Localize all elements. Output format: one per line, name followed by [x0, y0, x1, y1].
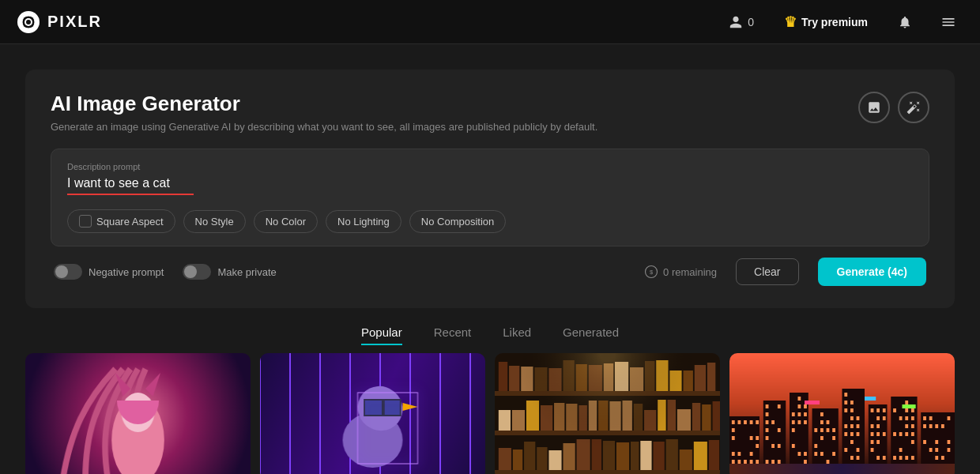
image-grid: [25, 353, 955, 474]
clear-button[interactable]: Clear: [736, 258, 798, 285]
image-canvas-1: [25, 353, 251, 474]
generate-button[interactable]: Generate (4c): [818, 258, 926, 286]
generator-panel: AI Image Generator Generate an image usi…: [25, 70, 955, 308]
color-filter[interactable]: No Color: [254, 210, 318, 233]
header-actions: 0 ♛ Try premium: [721, 9, 964, 36]
prompt-input[interactable]: [67, 176, 913, 190]
remaining-credits: $ 0 remaining: [644, 265, 717, 279]
make-private-label: Make private: [217, 266, 276, 278]
crown-icon: ♛: [784, 13, 797, 31]
negative-prompt-toggle[interactable]: [54, 264, 82, 280]
prompt-box: Description prompt Square Aspect No Styl…: [51, 149, 929, 246]
image-icon: [867, 100, 881, 115]
user-button[interactable]: 0: [721, 10, 762, 34]
tab-recent[interactable]: Recent: [434, 321, 472, 345]
header: PIXLR 0 ♛ Try premium: [0, 0, 980, 44]
square-icon: [79, 215, 92, 228]
user-icon: [729, 15, 743, 29]
image-card-1[interactable]: [25, 353, 251, 474]
bell-icon: [898, 15, 912, 29]
make-private-toggle[interactable]: [183, 264, 211, 280]
tab-popular[interactable]: Popular: [361, 321, 402, 345]
pixlr-logo-icon: [16, 9, 41, 35]
coin-icon: $: [644, 265, 658, 279]
filter-row: Square Aspect No Style No Color No Light…: [67, 209, 913, 233]
style-filter[interactable]: No Style: [183, 210, 246, 233]
tab-liked[interactable]: Liked: [503, 321, 531, 345]
wand-button[interactable]: [898, 92, 929, 123]
composition-filter[interactable]: No Composition: [409, 210, 507, 233]
tabs-row: Popular Recent Liked Generated: [13, 321, 967, 345]
menu-icon: [940, 14, 956, 30]
prompt-label: Description prompt: [67, 162, 913, 171]
image-canvas-4: [729, 353, 955, 474]
premium-button[interactable]: ♛ Try premium: [775, 9, 877, 36]
logo: PIXLR: [16, 9, 102, 35]
image-card-2[interactable]: [260, 353, 485, 474]
menu-button[interactable]: [933, 9, 964, 35]
image-card-4[interactable]: [729, 353, 955, 474]
panel-title-area: AI Image Generator Generate an image usi…: [51, 92, 597, 149]
aspect-filter[interactable]: Square Aspect: [67, 209, 175, 233]
tab-generated[interactable]: Generated: [563, 321, 619, 345]
image-card-3[interactable]: [495, 353, 720, 474]
panel-header: AI Image Generator Generate an image usi…: [51, 92, 929, 149]
svg-text:$: $: [650, 269, 654, 276]
page-title: AI Image Generator: [51, 92, 597, 116]
wand-icon: [906, 100, 921, 115]
image-gallery-button[interactable]: [858, 92, 890, 123]
lighting-filter[interactable]: No Lighting: [326, 210, 401, 233]
notification-button[interactable]: [890, 10, 920, 34]
negative-prompt-label: Negative prompt: [89, 266, 164, 278]
controls-row: Negative prompt Make private $ 0 remaini…: [51, 258, 929, 286]
main-content: AI Image Generator Generate an image usi…: [0, 44, 980, 474]
prompt-underline: [67, 194, 194, 195]
negative-prompt-toggle-group: Negative prompt: [54, 264, 164, 280]
image-canvas-2: [260, 353, 485, 474]
make-private-toggle-group: Make private: [183, 264, 276, 280]
page-subtitle: Generate an image using Generative AI by…: [51, 121, 597, 133]
image-canvas-3: [495, 353, 720, 474]
svg-point-2: [26, 20, 31, 24]
panel-icons: [858, 92, 929, 123]
